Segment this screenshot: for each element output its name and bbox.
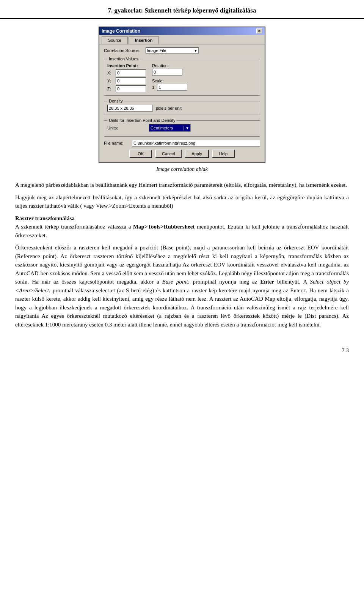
insertion-point-group: Insertion Point: X: Y: Z: (107, 63, 146, 92)
close-button[interactable]: ✕ (256, 28, 262, 34)
page-title: 7. gyakorlat: Szkennelt térkép képernyő … (0, 0, 364, 19)
filename-row: File name: (104, 140, 260, 147)
correlation-source-label: Correlation Source: (104, 48, 146, 53)
titlebar-buttons: ✕ (256, 28, 262, 34)
dialog-caption: Image correlation ablak (156, 166, 208, 172)
units-arrow-icon: ▼ (184, 126, 189, 130)
density-legend: Density (107, 99, 124, 103)
z-input[interactable] (116, 85, 146, 92)
insertion-values-legend: Insertion Values (107, 57, 140, 61)
x-label: X: (107, 71, 114, 75)
correlation-source-select[interactable]: Image File ▼ (146, 47, 199, 54)
image-correlation-dialog: Image Correlation ✕ Source Insertion Cor… (99, 27, 265, 163)
dialog-buttons: OK Cancel Apply Help (104, 150, 260, 158)
dialog-tabs: Source Insertion (99, 35, 265, 44)
units-label: Units: (107, 126, 149, 130)
cancel-button[interactable]: Cancel (155, 150, 182, 158)
units-fieldset: Units for Insertion Point and Density Un… (104, 118, 260, 137)
apply-button[interactable]: Apply (185, 150, 209, 158)
dialog-screenshot-area: Image Correlation ✕ Source Insertion Cor… (15, 27, 349, 178)
tab-source[interactable]: Source (102, 36, 128, 44)
scale-label: Scale: (152, 79, 187, 83)
insertion-point-label: Insertion Point: (107, 63, 138, 68)
page-footer: 7-3 (0, 344, 364, 358)
rotation-input[interactable] (152, 69, 182, 76)
density-unit: pixels per unit (156, 106, 182, 110)
units-row: Units: Centimeters ▼ (107, 124, 257, 132)
tab-insertion[interactable]: Insertion (129, 36, 159, 44)
units-select[interactable]: Centimeters ▼ (149, 124, 191, 132)
paragraph-2: Hagyjuk meg az alapértelmezett beállítás… (15, 193, 349, 210)
ok-button[interactable]: OK (129, 150, 152, 158)
density-input[interactable] (107, 105, 153, 112)
density-fieldset: Density pixels per unit (104, 99, 260, 115)
scale-prefix: 1: (152, 85, 155, 90)
rotation-label: Rotation: (152, 63, 187, 68)
paragraph-1: A megjelenő párbeszédablakban is beállít… (15, 181, 349, 189)
select-arrow-icon: ▼ (192, 49, 198, 53)
insertion-values-fieldset: Insertion Values Insertion Point: X: (104, 57, 260, 96)
paragraph-4: Őrkeresztenként először a raszteren kell… (15, 243, 349, 329)
y-input[interactable] (116, 77, 146, 84)
density-value-row: pixels per unit (107, 105, 257, 112)
rotation-scale-group: Rotation: Scale: 1: (152, 63, 187, 92)
dialog-titlebar: Image Correlation ✕ (99, 27, 265, 35)
page-number: 7-3 (342, 348, 349, 353)
z-label: Z: (107, 87, 114, 91)
scale-input[interactable] (157, 84, 187, 91)
dialog-body: Correlation Source: Image File ▼ Inserti… (99, 44, 265, 162)
filename-label: File name: (104, 141, 130, 145)
paragraph-3: Raszter transzformálása A szkennelt térk… (15, 214, 349, 240)
filename-input[interactable] (132, 140, 260, 147)
units-legend: Units for Insertion Point and Density (107, 118, 177, 123)
header-title: 7. gyakorlat: Szkennelt térkép képernyő … (108, 7, 256, 14)
y-label: Y: (107, 79, 114, 83)
help-button[interactable]: Help (212, 150, 235, 158)
dialog-title: Image Correlation (102, 28, 140, 34)
correlation-source-row: Correlation Source: Image File ▼ (104, 47, 260, 54)
x-input[interactable] (116, 69, 146, 76)
raszter-heading: Raszter transzformálása (15, 215, 75, 221)
